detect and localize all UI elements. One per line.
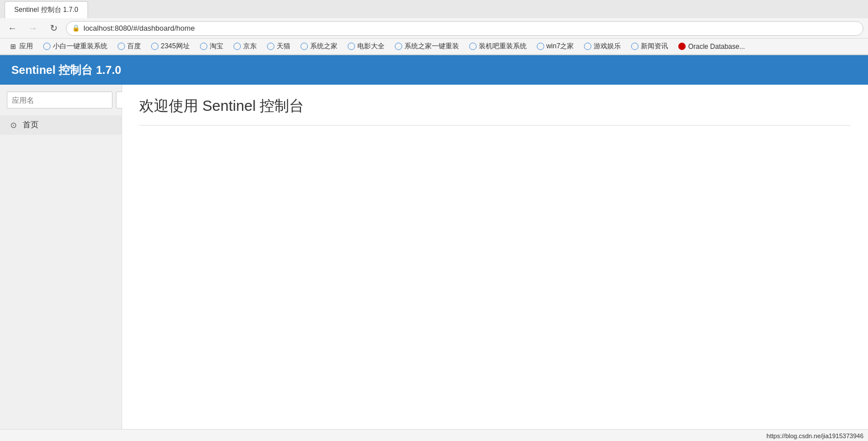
bookmark-xitong-chongzhuang[interactable]: 系统之家一键重装 [390, 40, 464, 52]
home-icon: ⊙ [9, 120, 18, 130]
globe-icon-win7 [537, 43, 544, 50]
app-container: Sentinel 控制台 1.7.0 搜索 ⊙ 首页 欢迎使用 Sentinel… [0, 55, 868, 441]
tab-title: Sentinel 控制台 1.7.0 [14, 6, 78, 14]
nav-bar: ← → ↻ 🔒 localhost:8080/#/dashboard/home [0, 18, 868, 39]
bookmark-xitongzhijia[interactable]: 系统之家 [296, 40, 342, 52]
sidebar-home-label: 首页 [23, 120, 39, 130]
bookmark-taobao[interactable]: 淘宝 [195, 40, 228, 52]
apps-icon: ⊞ [9, 43, 17, 51]
forward-button[interactable]: → [25, 20, 41, 36]
bookmark-win7-label: win7之家 [546, 41, 574, 51]
globe-icon-taobao [200, 43, 207, 50]
app-header: Sentinel 控制台 1.7.0 [0, 55, 868, 85]
bookmark-xinwen-label: 新闻资讯 [641, 41, 668, 51]
back-icon: ← [8, 23, 17, 34]
bookmark-xiaobai[interactable]: 小白一键重装系统 [39, 40, 112, 52]
bookmark-tianmao-label: 天猫 [277, 41, 290, 51]
bookmark-apps-label: 应用 [19, 41, 33, 51]
bookmark-xiaobai-label: 小白一键重装系统 [53, 41, 107, 51]
globe-icon-xitongzhijia [301, 43, 308, 50]
app-body: 搜索 ⊙ 首页 欢迎使用 Sentinel 控制台 [0, 85, 868, 429]
status-url: https://blog.csdn.ne/jia1915373946 [766, 432, 863, 439]
browser-chrome: Sentinel 控制台 1.7.0 ← → ↻ 🔒 localhost:808… [0, 0, 868, 55]
back-button[interactable]: ← [5, 20, 20, 36]
bookmark-zhuangji[interactable]: 装机吧重装系统 [465, 40, 531, 52]
bookmark-jingdong-label: 京东 [243, 41, 257, 51]
refresh-icon: ↻ [50, 23, 57, 34]
bookmark-baidu[interactable]: 百度 [113, 40, 145, 52]
globe-icon-jingdong [233, 43, 241, 50]
globe-icon-zhuangji [469, 43, 477, 50]
bookmark-oracle[interactable]: Oracle Database... [674, 41, 749, 52]
bookmark-xitongzhijia-label: 系统之家 [310, 41, 337, 51]
bookmark-jingdong[interactable]: 京东 [229, 40, 261, 52]
app-title: Sentinel 控制台 1.7.0 [11, 63, 121, 78]
refresh-button[interactable]: ↻ [45, 20, 61, 36]
main-content: 欢迎使用 Sentinel 控制台 [122, 85, 868, 429]
globe-icon-xinwen [631, 43, 639, 50]
url-text: localhost:8080/#/dashboard/home [84, 24, 195, 32]
globe-icon-baidu [118, 43, 125, 50]
sidebar-item-home[interactable]: ⊙ 首页 [0, 115, 122, 135]
bookmark-zhuangji-label: 装机吧重装系统 [479, 41, 527, 51]
status-bar: https://blog.csdn.ne/jia1915373946 [0, 429, 868, 441]
bookmark-oracle-label: Oracle Database... [688, 43, 745, 51]
globe-icon-tianmao [267, 43, 274, 50]
bookmark-tianmao[interactable]: 天猫 [262, 40, 295, 52]
globe-icon-xitong-chongzhuang [395, 43, 402, 50]
sidebar: 搜索 ⊙ 首页 [0, 85, 122, 429]
globe-icon-2345 [151, 43, 158, 50]
bookmark-2345[interactable]: 2345网址 [147, 40, 194, 52]
bookmark-xinwen[interactable]: 新闻资讯 [627, 40, 673, 52]
bookmark-win7[interactable]: win7之家 [532, 40, 579, 52]
bookmark-dianyingdaquan-label: 电影大全 [357, 41, 385, 51]
bookmark-youxi-label: 游戏娱乐 [594, 41, 621, 51]
tab-bar: Sentinel 控制台 1.7.0 [0, 0, 868, 18]
forward-icon: → [28, 23, 37, 34]
oracle-icon [678, 43, 686, 50]
welcome-title: 欢迎使用 Sentinel 控制台 [139, 96, 851, 126]
search-area: 搜索 [0, 91, 122, 115]
bookmark-youxi[interactable]: 游戏娱乐 [579, 40, 625, 52]
globe-icon-dianyingdaquan [348, 43, 355, 50]
bookmark-xitong-chongzhuang-label: 系统之家一键重装 [404, 41, 459, 51]
active-tab[interactable]: Sentinel 控制台 1.7.0 [5, 1, 88, 18]
address-bar[interactable]: 🔒 localhost:8080/#/dashboard/home [66, 21, 863, 36]
bookmark-baidu-label: 百度 [127, 41, 141, 51]
globe-icon-youxi [584, 43, 591, 50]
bookmark-apps[interactable]: ⊞ 应用 [5, 40, 37, 52]
search-input[interactable] [7, 91, 112, 109]
globe-icon-xiaobai [43, 43, 51, 50]
lock-icon: 🔒 [72, 24, 80, 32]
bookmark-2345-label: 2345网址 [161, 41, 190, 51]
bookmarks-bar: ⊞ 应用 小白一键重装系统 百度 2345网址 淘宝 京东 天猫 [0, 39, 868, 55]
bookmark-dianyingdaquan[interactable]: 电影大全 [343, 40, 389, 52]
bookmark-taobao-label: 淘宝 [210, 41, 223, 51]
